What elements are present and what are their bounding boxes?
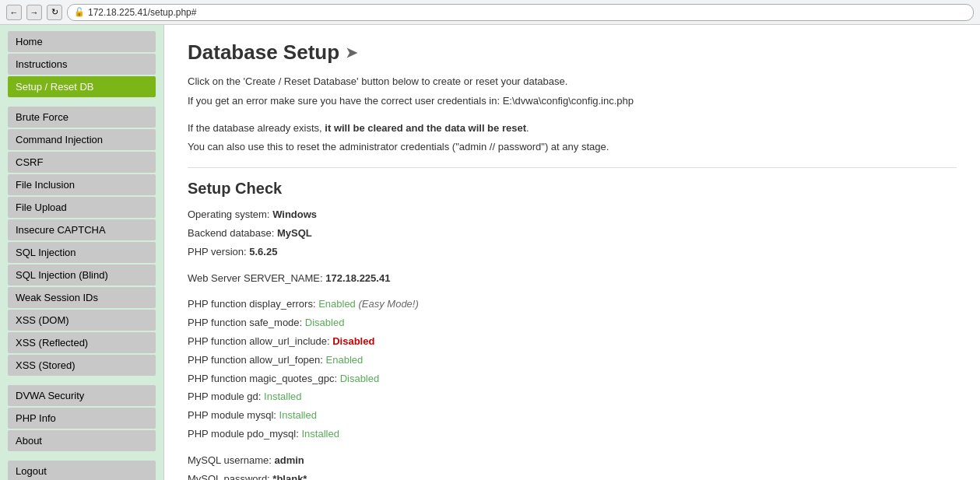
allow-url-include-line: PHP function allow_url_include: Disabled: [188, 334, 957, 350]
sidebar-item-xss-dom[interactable]: XSS (DOM): [8, 310, 156, 331]
sidebar-item-php-info[interactable]: PHP Info: [8, 408, 156, 429]
sidebar-item-logout[interactable]: Logout: [8, 461, 156, 480]
sidebar-item-file-upload[interactable]: File Upload: [8, 197, 156, 218]
sidebar-item-sql-injection[interactable]: SQL Injection: [8, 242, 156, 263]
address-bar[interactable]: 🔓 172.18.225.41/setup.php#: [67, 4, 974, 21]
sidebar-item-xss-reflected[interactable]: XSS (Reflected): [8, 332, 156, 353]
spacer-1: [188, 113, 957, 121]
cursor-icon: ➤: [346, 44, 357, 61]
main-content: Database Setup ➤ Click on the 'Create / …: [163, 25, 980, 480]
url-text: 172.18.225.41/setup.php#: [88, 7, 196, 18]
sidebar-item-setup-reset-db[interactable]: Setup / Reset DB: [8, 76, 156, 97]
sidebar-item-dvwa-security[interactable]: DVWA Security: [8, 385, 156, 406]
module-mysql-line: PHP module mysql: Installed: [188, 408, 957, 424]
php-version-line: PHP version: 5.6.25: [188, 244, 957, 261]
sidebar-item-sql-injection-blind[interactable]: SQL Injection (Blind): [8, 265, 156, 286]
sidebar-divider-2: [8, 377, 156, 385]
intro-line-3: If the database already exists, it will …: [188, 121, 957, 137]
sidebar-item-insecure-captcha[interactable]: Insecure CAPTCHA: [8, 219, 156, 240]
display-errors-line: PHP function display_errors: Enabled (Ea…: [188, 296, 957, 313]
sidebar-divider-1: [8, 99, 156, 107]
mysql-user-line: MySQL username: admin: [188, 453, 957, 469]
page-title: Database Setup ➤: [188, 40, 957, 65]
intro-line-4: You can also use this to reset the admin…: [188, 139, 957, 156]
sidebar-item-weak-session-ids[interactable]: Weak Session IDs: [8, 287, 156, 308]
intro-line-1: Click on the 'Create / Reset Database' b…: [188, 74, 957, 90]
sidebar-item-home[interactable]: Home: [8, 31, 156, 52]
forward-button[interactable]: →: [26, 5, 42, 20]
sidebar: Home Instructions Setup / Reset DB Brute…: [0, 25, 163, 480]
sidebar-divider-3: [8, 453, 156, 461]
spacer-3: [188, 289, 957, 296]
db-line: Backend database: MySQL: [188, 226, 957, 242]
reload-button[interactable]: ↻: [47, 5, 62, 20]
mysql-pass-line: MySQL password: *blank*: [188, 471, 957, 480]
lock-icon: 🔓: [74, 7, 85, 17]
safe-mode-line: PHP function safe_mode: Disabled: [188, 315, 957, 331]
module-gd-line: PHP module gd: Installed: [188, 389, 957, 405]
intro-line-2: If you get an error make sure you have t…: [188, 93, 957, 110]
page-wrapper: Home Instructions Setup / Reset DB Brute…: [0, 25, 980, 480]
sidebar-item-command-injection[interactable]: Command Injection: [8, 129, 156, 150]
divider-1: [188, 167, 957, 168]
module-pdo-line: PHP module pdo_mysql: Installed: [188, 426, 957, 443]
sidebar-item-file-inclusion[interactable]: File Inclusion: [8, 174, 156, 195]
os-line: Operating system: Windows: [188, 207, 957, 223]
sidebar-item-xss-stored[interactable]: XSS (Stored): [8, 355, 156, 376]
magic-quotes-line: PHP function magic_quotes_gpc: Disabled: [188, 371, 957, 387]
sidebar-item-about[interactable]: About: [8, 430, 156, 451]
setup-check-title: Setup Check: [188, 180, 957, 198]
spacer-2: [188, 263, 957, 271]
server-name-line: Web Server SERVER_NAME: 172.18.225.41: [188, 271, 957, 287]
sidebar-item-brute-force[interactable]: Brute Force: [8, 107, 156, 128]
sidebar-item-csrf[interactable]: CSRF: [8, 152, 156, 173]
spacer-4: [188, 445, 957, 453]
browser-bar: ← → ↻ 🔓 172.18.225.41/setup.php#: [0, 0, 980, 25]
back-button[interactable]: ←: [6, 5, 22, 20]
allow-url-fopen-line: PHP function allow_url_fopen: Enabled: [188, 352, 957, 369]
sidebar-item-instructions[interactable]: Instructions: [8, 54, 156, 75]
